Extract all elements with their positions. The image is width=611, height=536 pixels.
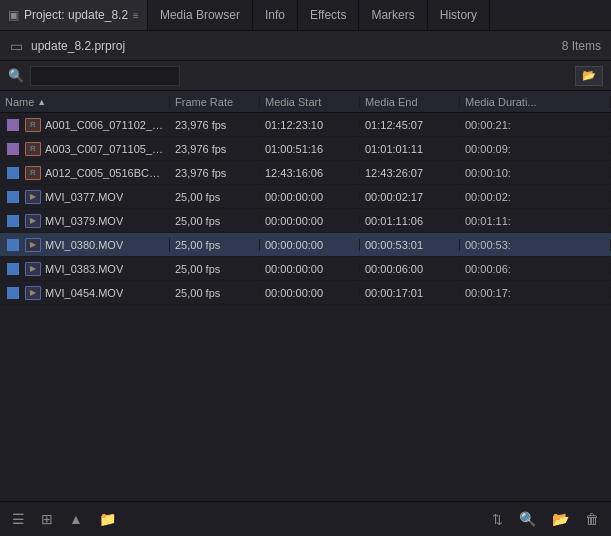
row-media-start: 12:43:16:06 (260, 167, 360, 179)
project-header-left: ▭ update_8.2.prproj (10, 38, 125, 54)
tab-effects[interactable]: Effects (298, 0, 359, 30)
row-name: ▶MVI_0377.MOV (0, 190, 170, 204)
new-bin-button[interactable]: 📂 (548, 509, 573, 529)
project-tab-label: Project: update_8.2 (24, 8, 128, 22)
row-checkbox[interactable] (7, 287, 19, 299)
row-frame-rate: 25,00 fps (170, 239, 260, 251)
new-folder-button[interactable]: 📂 (575, 66, 603, 86)
row-frame-rate: 25,00 fps (170, 215, 260, 227)
table-row[interactable]: ▶MVI_0383.MOV25,00 fps00:00:00:0000:00:0… (0, 257, 611, 281)
row-media-end: 00:00:53:01 (360, 239, 460, 251)
row-media-duration: 00:00:02: (460, 191, 611, 203)
file-name: MVI_0454.MOV (45, 287, 123, 299)
file-table-container: Name ▲ Frame Rate Media Start Media End … (0, 91, 611, 501)
col-name: Name ▲ (0, 96, 170, 108)
search-icon: 🔍 (8, 68, 24, 83)
search-input[interactable] (30, 66, 180, 86)
table-header: Name ▲ Frame Rate Media Start Media End … (0, 91, 611, 113)
table-row[interactable]: ▶MVI_0380.MOV25,00 fps00:00:00:0000:00:5… (0, 233, 611, 257)
file-name: MVI_0377.MOV (45, 191, 123, 203)
bottom-toolbar: ☰ ⊞ ▲ 📁 ⇅ 🔍 📂 🗑 (0, 501, 611, 536)
row-media-end: 00:00:02:17 (360, 191, 460, 203)
row-frame-rate: 23,976 fps (170, 167, 260, 179)
search-row: 🔍 📂 (0, 61, 611, 91)
folder-icon: ▭ (10, 38, 23, 54)
row-media-end: 12:43:26:07 (360, 167, 460, 179)
file-icon: ▶ (25, 214, 41, 228)
row-checkbox[interactable] (7, 119, 19, 131)
row-checkbox[interactable] (7, 215, 19, 227)
table-row[interactable]: RA003_C007_071105_001.R323,976 fps01:00:… (0, 137, 611, 161)
col-media-end: Media End (360, 96, 460, 108)
sort-up-button[interactable]: ▲ (65, 509, 87, 529)
row-media-duration: 00:01:11: (460, 215, 611, 227)
project-header: ▭ update_8.2.prproj 8 Items (0, 31, 611, 61)
row-media-end: 00:00:06:00 (360, 263, 460, 275)
project-name: update_8.2.prproj (31, 39, 125, 53)
file-icon: ▶ (25, 286, 41, 300)
table-row[interactable]: RA001_C006_071102_001.R323,976 fps01:12:… (0, 113, 611, 137)
row-name: ▶MVI_0454.MOV (0, 286, 170, 300)
file-name: MVI_0379.MOV (45, 215, 123, 227)
table-row[interactable]: ▶MVI_0377.MOV25,00 fps00:00:00:0000:00:0… (0, 185, 611, 209)
row-checkbox[interactable] (7, 191, 19, 203)
table-row[interactable]: ▶MVI_0454.MOV25,00 fps00:00:00:0000:00:1… (0, 281, 611, 305)
tab-history-label: History (440, 8, 477, 22)
grid-view-button[interactable]: ⊞ (37, 509, 57, 529)
row-frame-rate: 25,00 fps (170, 287, 260, 299)
bottom-right-tools: ⇅ 🔍 📂 🗑 (488, 509, 603, 529)
sort-arrows-button[interactable]: ⇅ (488, 510, 507, 529)
row-media-start: 00:00:00:00 (260, 191, 360, 203)
delete-button[interactable]: 🗑 (581, 509, 603, 529)
tab-markers[interactable]: Markers (359, 0, 427, 30)
file-name: A012_C005_0516BC_001.R (45, 167, 164, 179)
row-name: RA003_C007_071105_001.R3 (0, 142, 170, 156)
col-media-duration: Media Durati... (460, 96, 611, 108)
row-checkbox[interactable] (7, 263, 19, 275)
file-icon: R (25, 118, 41, 132)
tab-info[interactable]: Info (253, 0, 298, 30)
file-icon: ▶ (25, 190, 41, 204)
row-media-end: 00:00:17:01 (360, 287, 460, 299)
tab-markers-label: Markers (371, 8, 414, 22)
row-name: RA001_C006_071102_001.R3 (0, 118, 170, 132)
tab-project[interactable]: ▣ Project: update_8.2 ≡ (0, 0, 148, 30)
row-frame-rate: 25,00 fps (170, 263, 260, 275)
row-media-end: 01:12:45:07 (360, 119, 460, 131)
new-folder-icon: 📂 (582, 69, 596, 82)
file-name: A003_C007_071105_001.R3 (45, 143, 164, 155)
tab-media-browser[interactable]: Media Browser (148, 0, 253, 30)
row-media-start: 00:00:00:00 (260, 239, 360, 251)
bin-button[interactable]: 📁 (95, 509, 120, 529)
file-icon: R (25, 142, 41, 156)
row-frame-rate: 23,976 fps (170, 143, 260, 155)
row-frame-rate: 23,976 fps (170, 119, 260, 131)
file-name: A001_C006_071102_001.R3 (45, 119, 164, 131)
tab-media-browser-label: Media Browser (160, 8, 240, 22)
items-count: 8 Items (562, 39, 601, 53)
tab-info-label: Info (265, 8, 285, 22)
row-checkbox[interactable] (7, 143, 19, 155)
row-checkbox[interactable] (7, 239, 19, 251)
file-icon: ▶ (25, 238, 41, 252)
row-media-start: 00:00:00:00 (260, 263, 360, 275)
file-icon: R (25, 166, 41, 180)
row-name: ▶MVI_0379.MOV (0, 214, 170, 228)
row-checkbox[interactable] (7, 167, 19, 179)
file-name: MVI_0383.MOV (45, 263, 123, 275)
col-media-start: Media Start (260, 96, 360, 108)
tab-history[interactable]: History (428, 0, 490, 30)
bottom-search-button[interactable]: 🔍 (515, 509, 540, 529)
table-row[interactable]: RA012_C005_0516BC_001.R23,976 fps12:43:1… (0, 161, 611, 185)
row-name: ▶MVI_0380.MOV (0, 238, 170, 252)
row-name: RA012_C005_0516BC_001.R (0, 166, 170, 180)
tab-bar: ▣ Project: update_8.2 ≡ Media Browser In… (0, 0, 611, 31)
file-name: MVI_0380.MOV (45, 239, 123, 251)
project-icon: ▣ (8, 8, 19, 22)
row-frame-rate: 25,00 fps (170, 191, 260, 203)
row-media-duration: 00:00:53: (460, 239, 611, 251)
table-row[interactable]: ▶MVI_0379.MOV25,00 fps00:00:00:0000:01:1… (0, 209, 611, 233)
list-view-button[interactable]: ☰ (8, 509, 29, 529)
row-media-duration: 00:00:21: (460, 119, 611, 131)
project-menu-icon[interactable]: ≡ (133, 10, 139, 21)
